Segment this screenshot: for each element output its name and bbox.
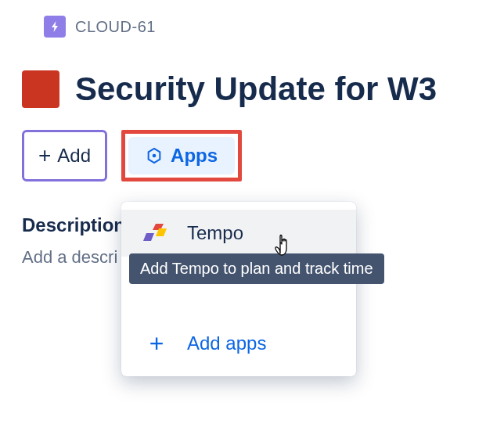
apps-button[interactable]: Apps xyxy=(128,137,235,174)
apps-button-label: Apps xyxy=(171,145,218,167)
apps-dropdown: Tempo Add Tempo to plan and track time +… xyxy=(121,202,356,376)
title-row: Security Update for W3 xyxy=(22,70,482,108)
tutorial-highlight: Apps xyxy=(121,130,242,181)
plus-icon: + xyxy=(38,145,51,167)
issue-title[interactable]: Security Update for W3 xyxy=(75,70,437,108)
dropdown-hidden-item xyxy=(121,284,356,318)
plus-icon: + xyxy=(143,331,170,356)
tooltip-wrap: Add Tempo to plan and track time xyxy=(121,257,356,284)
tooltip: Add Tempo to plan and track time xyxy=(129,253,384,284)
dropdown-item-label: Tempo xyxy=(187,222,243,244)
priority-icon xyxy=(22,70,59,108)
issue-key[interactable]: CLOUD-61 xyxy=(75,18,156,36)
dropdown-item-add-apps[interactable]: + Add apps xyxy=(121,318,356,368)
dropdown-item-tempo[interactable]: Tempo xyxy=(121,210,356,257)
add-button[interactable]: + Add xyxy=(22,130,107,181)
tempo-icon xyxy=(143,222,170,244)
breadcrumb: CLOUD-61 xyxy=(44,16,482,38)
add-apps-label: Add apps xyxy=(187,332,266,354)
svg-point-0 xyxy=(153,154,157,158)
hexagon-icon xyxy=(146,147,163,164)
button-row: + Add Apps xyxy=(22,130,482,181)
add-button-label: Add xyxy=(57,145,91,167)
epic-icon xyxy=(44,16,66,38)
